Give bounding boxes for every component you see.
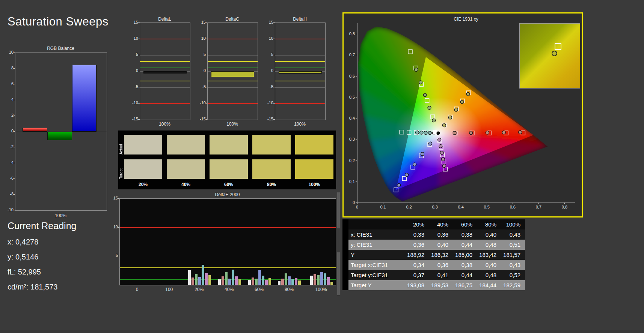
measured-marker-magenta-60[interactable] bbox=[440, 151, 443, 154]
delta-e-title: DeltaE 2000 bbox=[119, 192, 335, 197]
y-axis-tick-label: 0,4 bbox=[346, 116, 355, 120]
delta-e-bar bbox=[225, 272, 228, 285]
measured-marker-cyan-40[interactable] bbox=[428, 131, 431, 135]
measured-marker-red-40[interactable] bbox=[469, 131, 473, 135]
y-axis-tick-label: -10 bbox=[195, 100, 206, 105]
delta-e-bar bbox=[232, 270, 234, 285]
x-axis-tick-label: 0,6 bbox=[507, 205, 518, 209]
y-axis-tick bbox=[356, 182, 357, 182]
measured-marker-magenta-100[interactable] bbox=[443, 164, 446, 168]
delta-l-chart[interactable]: DeltaL151050-5-10-15100% bbox=[128, 16, 192, 129]
table-cell bbox=[342, 250, 348, 260]
measured-marker-yellow-100[interactable] bbox=[466, 92, 470, 96]
delta-e-2000-chart[interactable]: DeltaE 2000 15105010020%40%60%80%100% bbox=[109, 192, 338, 296]
y-axis-tick bbox=[273, 71, 275, 71]
delta-e-bar bbox=[205, 273, 208, 285]
scrollbar-thumb[interactable] bbox=[337, 228, 340, 252]
actual-swatch-100% bbox=[295, 135, 333, 154]
table-row[interactable]: Y188,92186,32185,00183,42181,57 bbox=[342, 250, 525, 260]
measured-marker-blue-80[interactable] bbox=[405, 173, 409, 177]
x-axis-tick-label: 0,5 bbox=[481, 205, 492, 209]
measured-marker-cyan-100[interactable] bbox=[416, 131, 419, 134]
table-header-cell: 60% bbox=[453, 219, 477, 230]
y-axis-tick-label: -10 bbox=[5, 207, 14, 212]
y-axis-tick-label: -5 bbox=[263, 84, 273, 89]
measured-marker-magenta-40[interactable] bbox=[439, 144, 442, 148]
table-row[interactable]: Target Y193,08189,53186,75184,44182,59 bbox=[342, 280, 525, 290]
measured-marker-yellow-80[interactable] bbox=[460, 100, 464, 104]
measured-marker-cyan-60[interactable] bbox=[424, 131, 427, 134]
y-axis-tick bbox=[118, 256, 119, 256]
table-cell: 0,36 bbox=[429, 230, 453, 240]
limit-line-yellow bbox=[275, 61, 325, 62]
measured-marker-blue-100[interactable] bbox=[397, 183, 401, 187]
color-swatches-panel: ActualTarget20%40%60%80%100% bbox=[118, 130, 336, 189]
y-axis-tick bbox=[273, 103, 275, 104]
measured-marker-red-100[interactable] bbox=[519, 130, 522, 134]
cie-1931-chart[interactable]: CIE 1931 xy 00,10,20,30,40,50,60,70,800,… bbox=[342, 12, 583, 218]
x-axis-tick bbox=[487, 202, 487, 204]
measured-marker-magenta-20[interactable] bbox=[438, 138, 441, 141]
x-axis-label: 100% bbox=[207, 122, 257, 127]
y-axis-tick bbox=[273, 39, 275, 39]
measured-marker-yellow-60[interactable] bbox=[454, 108, 458, 111]
table-row[interactable]: Target y:CIE310,370,410,440,480,52 bbox=[342, 270, 525, 280]
y-axis-tick-label: -4 bbox=[5, 160, 14, 165]
delta-c-chart[interactable]: DeltaC151050-5-10-15100% bbox=[195, 16, 259, 129]
measured-marker-yellow-20[interactable] bbox=[442, 124, 446, 127]
y-axis-tick-label: -8 bbox=[5, 192, 14, 196]
delta-e-plot bbox=[119, 198, 336, 285]
selected-point-marker[interactable] bbox=[433, 130, 437, 134]
measured-marker-blue-60[interactable] bbox=[413, 163, 416, 166]
rgb-balance-title: RGB Balance bbox=[15, 46, 106, 51]
rgb-balance-chart[interactable]: RGB Balance 1086420-2-4-6-8-10100% bbox=[5, 46, 110, 220]
delta-e-bar bbox=[268, 278, 271, 285]
measured-marker-cyan-80[interactable] bbox=[420, 131, 423, 134]
y-axis-tick-label: 0,2 bbox=[346, 158, 355, 163]
delta-bar bbox=[211, 71, 254, 77]
measured-marker-green-60[interactable] bbox=[423, 93, 427, 97]
x-axis-tick-label: 20% bbox=[191, 287, 207, 292]
x-axis-tick-label: 40% bbox=[221, 287, 237, 292]
measured-marker-magenta-80[interactable] bbox=[441, 158, 445, 161]
y-axis-tick bbox=[138, 55, 140, 55]
table-cell: x: CIE31 bbox=[348, 230, 405, 240]
y-axis-tick-label: 0 bbox=[263, 68, 273, 73]
swatch-row-label-actual: Actual bbox=[119, 135, 123, 154]
measured-marker-green-100[interactable] bbox=[415, 68, 418, 71]
delta-h-chart[interactable]: DeltaH151050-5-10-15100% bbox=[263, 16, 327, 129]
measured-marker-blue-40[interactable] bbox=[421, 152, 424, 156]
table-row[interactable]: x: CIE310,330,360,380,400,43 bbox=[342, 230, 525, 240]
swatch-col-label: 80% bbox=[252, 182, 291, 187]
measured-marker-red-20[interactable] bbox=[453, 131, 456, 135]
measured-marker-green-40[interactable] bbox=[428, 106, 431, 110]
table-row[interactable]: y: CIE310,360,400,440,480,51 bbox=[342, 240, 525, 250]
x-axis-tick bbox=[383, 202, 383, 204]
measured-marker-red-80[interactable] bbox=[502, 131, 505, 134]
target-swatch-20% bbox=[124, 159, 162, 179]
measured-marker-blue-20[interactable] bbox=[428, 142, 432, 145]
limit-line-yellow bbox=[140, 61, 190, 62]
delta-plot bbox=[275, 22, 326, 120]
table-cell: 186,32 bbox=[429, 250, 453, 260]
y-axis-tick-label: 10 bbox=[195, 36, 206, 40]
measured-marker-red-60[interactable] bbox=[486, 131, 489, 134]
delta-e-bar bbox=[324, 273, 326, 285]
x-axis-tick bbox=[409, 202, 409, 204]
table-row[interactable]: Target x:CIE310,340,360,380,400,43 bbox=[342, 260, 525, 270]
y-axis-tick bbox=[206, 55, 207, 55]
measured-marker-green-20[interactable] bbox=[432, 119, 436, 122]
table-cell: 184,44 bbox=[477, 280, 501, 290]
delta-e-bar bbox=[248, 280, 251, 285]
cie-chart-title: CIE 1931 xy bbox=[357, 16, 575, 22]
y-axis-tick bbox=[14, 147, 15, 147]
y-axis-tick bbox=[206, 119, 207, 120]
measured-marker-green-80[interactable] bbox=[419, 81, 422, 84]
measured-marker-yellow-40[interactable] bbox=[448, 116, 452, 119]
y-axis-tick-label: 0 bbox=[128, 68, 138, 73]
y-axis-tick bbox=[14, 178, 15, 179]
table-header-cell: 100% bbox=[501, 219, 525, 230]
limit-line-red bbox=[275, 103, 325, 104]
y-axis-tick-label: -6 bbox=[5, 176, 14, 180]
vertical-scrollbar[interactable] bbox=[337, 192, 340, 296]
